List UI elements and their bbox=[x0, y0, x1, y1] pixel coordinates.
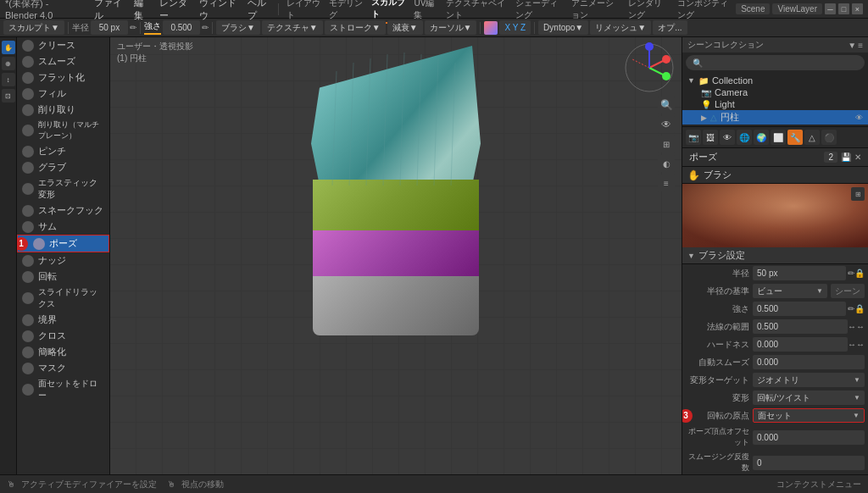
normal-weight-value[interactable]: 0.500 bbox=[753, 319, 848, 334]
props-tab-material[interactable]: ⚫ bbox=[821, 130, 837, 145]
brush-item-elastic[interactable]: エラスティック変形 bbox=[17, 175, 109, 202]
hard-icon[interactable]: ↔ bbox=[848, 340, 856, 349]
radius-lock-icon[interactable]: 🔒 bbox=[854, 269, 865, 278]
brush-item-snakehook[interactable]: スネークフック bbox=[17, 202, 109, 219]
strength-value[interactable]: 0.500 bbox=[163, 20, 200, 35]
options-icon[interactable]: ≡ bbox=[858, 41, 863, 50]
radius-basis-option2[interactable]: シーン bbox=[831, 284, 865, 298]
falloff-btn[interactable]: 減衰▼ bbox=[387, 20, 423, 35]
pose-save-icon[interactable]: 💾 bbox=[841, 152, 851, 162]
pose-offset-value[interactable]: 0.000 bbox=[753, 430, 865, 445]
outliner-section: シーンコレクション ▼ ≡ 🔍 ▼ 📁 Collection bbox=[682, 37, 868, 127]
mode-layout[interactable]: レイアウト bbox=[282, 0, 325, 23]
mode-modeling[interactable]: モデリング bbox=[325, 0, 367, 23]
sculpt-mode-btn[interactable]: スカルプト▼ bbox=[3, 20, 64, 35]
brush-item-flatten[interactable]: フラット化 bbox=[17, 69, 109, 86]
remesh-btn[interactable]: リメッシュ▼ bbox=[590, 20, 651, 35]
mode-animation[interactable]: アニメーション bbox=[567, 0, 623, 23]
deform-target-value[interactable]: ジオメトリ ▼ bbox=[753, 373, 865, 387]
tree-collection[interactable]: ▼ 📁 Collection bbox=[682, 75, 868, 86]
brush-item-scrape[interactable]: 削り取り bbox=[17, 102, 109, 118]
brush-item-cloth[interactable]: クロス bbox=[17, 328, 109, 344]
brush-item-face-set[interactable]: 面セットをドロー bbox=[17, 376, 109, 403]
props-tab-view[interactable]: 👁 bbox=[720, 130, 735, 145]
brush-item-multiplane[interactable]: 削り取り（マルチプレーン） bbox=[17, 118, 109, 143]
brush-item-rotate[interactable]: 回転 bbox=[17, 269, 109, 285]
hard-icon2[interactable]: ↔ bbox=[856, 340, 865, 349]
mode-texture[interactable]: テクスチャペイント bbox=[442, 0, 511, 23]
brush-item-thumb[interactable]: サム bbox=[17, 219, 109, 235]
tree-light[interactable]: 💡 Light bbox=[682, 98, 868, 110]
xyz-label[interactable]: X Y Z bbox=[499, 20, 531, 35]
tree-cylinder[interactable]: ▶ △ 円柱 👁 bbox=[682, 110, 868, 125]
mode-compositing[interactable]: コンポジティング bbox=[673, 0, 736, 23]
strength-edit-icon[interactable]: ✏ bbox=[848, 304, 854, 313]
pose-settings-icon[interactable]: ✕ bbox=[854, 152, 861, 162]
brush-item-simplify[interactable]: 簡略化 bbox=[17, 344, 109, 360]
brush-item-boundary[interactable]: 境界 bbox=[17, 312, 109, 328]
brush-item-slide-relax[interactable]: スライドリラックス bbox=[17, 285, 109, 312]
brush-item-pinch[interactable]: ピンチ bbox=[17, 143, 109, 159]
rotation-origin-value[interactable]: 面セット ▼ bbox=[753, 408, 865, 423]
props-tab-object[interactable]: ⬜ bbox=[771, 130, 786, 145]
radius-prop-value[interactable]: 50 px bbox=[753, 266, 846, 280]
radius-basis-value[interactable]: ビュー ▼ bbox=[753, 284, 827, 298]
brush-btn[interactable]: ブラシ▼ bbox=[216, 20, 260, 35]
brush-item-pose[interactable]: 1 ポーズ bbox=[17, 235, 109, 252]
props-tab-data[interactable]: △ bbox=[804, 130, 820, 145]
props-tab-world[interactable]: 🌍 bbox=[754, 130, 769, 145]
left-icon-4[interactable]: ⊡ bbox=[2, 89, 15, 102]
mode-uv[interactable]: UV編集 bbox=[409, 0, 441, 23]
viewport[interactable]: ユーザー・透視投影 (1) 円柱 bbox=[110, 37, 682, 474]
brush-item-crease[interactable]: クリース bbox=[17, 37, 109, 53]
window-title: *(未保存) - Blender 4.0 bbox=[5, 0, 81, 20]
radius-value[interactable]: 50 px bbox=[91, 20, 128, 35]
preview-expand-btn[interactable]: ⊞ bbox=[851, 187, 865, 201]
camera-btn[interactable]: ⊞ bbox=[658, 136, 675, 152]
stroke-btn[interactable]: ストローク▼ bbox=[325, 20, 386, 35]
mode-shading[interactable]: シェーディング bbox=[511, 0, 567, 23]
win-max[interactable]: □ bbox=[838, 3, 849, 14]
nw-right-icon[interactable]: ↔ bbox=[856, 322, 865, 331]
orientation-gizmo[interactable] bbox=[624, 42, 675, 93]
viewlayer-label[interactable]: ViewLayer bbox=[772, 3, 822, 14]
cursor-btn[interactable]: カーソル▼ bbox=[425, 20, 477, 35]
smooth-iter-value[interactable]: 0 bbox=[753, 456, 865, 470]
left-icon-3[interactable]: ↕ bbox=[2, 73, 15, 86]
texture-btn[interactable]: テクスチャ▼ bbox=[262, 20, 323, 35]
zoom-in-btn[interactable]: 🔍 bbox=[658, 97, 675, 114]
props-tab-modifier[interactable]: 🔧 bbox=[787, 130, 803, 145]
strength-lock-icon[interactable]: 🔒 bbox=[854, 304, 865, 313]
filter-icon[interactable]: ▼ bbox=[848, 41, 856, 50]
svg-line-6 bbox=[434, 58, 438, 186]
win-close[interactable]: × bbox=[852, 3, 863, 14]
deform-type-value[interactable]: 回転/ツイスト ▼ bbox=[753, 391, 865, 405]
svg-line-4 bbox=[400, 53, 404, 186]
shading-btn[interactable]: ◐ bbox=[658, 155, 675, 172]
radius-edit-icon[interactable]: ✏ bbox=[848, 269, 854, 278]
hardness-value[interactable]: 0.000 bbox=[753, 337, 848, 352]
brush-item-smooth[interactable]: スムーズ bbox=[17, 53, 109, 69]
ops-btn[interactable]: オプ... bbox=[653, 20, 687, 35]
strength-prop-value[interactable]: 0.500 bbox=[753, 302, 846, 316]
brush-item-mask[interactable]: マスク bbox=[17, 360, 109, 376]
zoom-out-btn[interactable]: 👁 bbox=[658, 116, 675, 133]
props-tab-output[interactable]: 🖼 bbox=[703, 130, 718, 145]
props-tab-scene[interactable]: 🌐 bbox=[737, 130, 752, 145]
props-tab-render[interactable]: 📷 bbox=[686, 130, 701, 145]
dyntopo-btn[interactable]: Dyntopo▼ bbox=[538, 20, 588, 35]
overlay-btn[interactable]: ≡ bbox=[658, 174, 675, 191]
auto-smooth-value[interactable]: 0.000 bbox=[753, 355, 865, 369]
left-icon-2[interactable]: ⊕ bbox=[2, 57, 15, 70]
brush-item-fill[interactable]: フィル bbox=[17, 86, 109, 102]
left-icon-pose[interactable]: ✋ bbox=[2, 41, 15, 54]
eye-icon[interactable]: 👁 bbox=[855, 114, 863, 122]
tree-camera[interactable]: 📷 Camera bbox=[682, 86, 868, 98]
brush-item-nudge[interactable]: ナッジ bbox=[17, 252, 109, 269]
nw-left-icon[interactable]: ↔ bbox=[848, 322, 856, 331]
win-min[interactable]: ─ bbox=[825, 3, 836, 14]
brush-settings-header[interactable]: ▼ ブラシ設定 bbox=[682, 247, 868, 264]
scene-label[interactable]: Scene bbox=[736, 3, 770, 14]
mode-rendering[interactable]: レンダリング bbox=[624, 0, 673, 23]
brush-item-grab[interactable]: グラブ bbox=[17, 159, 109, 175]
